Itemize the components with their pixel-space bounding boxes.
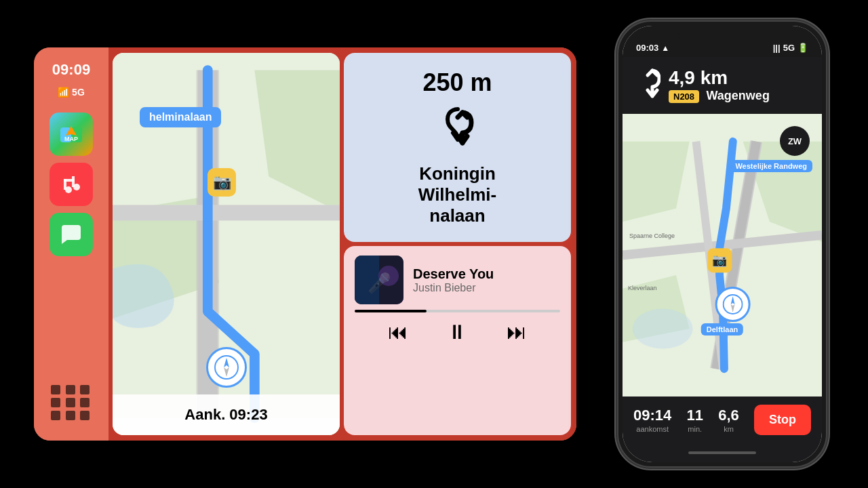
status-left: 09:03 ▲ [636, 43, 669, 53]
messages-app-icon[interactable] [50, 213, 93, 256]
pause-button[interactable]: ⏸ [447, 321, 467, 344]
phone-notch [678, 26, 766, 45]
phone-poi-spaarne: Spaarne College [629, 232, 675, 239]
dot-9 [80, 411, 90, 420]
phone-compass-icon [715, 287, 751, 322]
progress-bar[interactable] [355, 310, 560, 312]
network-type: 5G [783, 43, 795, 53]
music-app-icon[interactable] [50, 163, 93, 206]
music-controls: ⏮ ⏸ ⏭ [355, 318, 560, 346]
dot-6 [80, 398, 90, 407]
arrival-time: Aank. 09:23 [184, 406, 267, 424]
album-art: 🎤 [355, 256, 403, 304]
km-label: km [718, 425, 739, 433]
stop-button[interactable]: Stop [754, 405, 811, 435]
status-right: ||| 5G 🔋 [773, 43, 808, 53]
phone-nav-distance: 4,9 km [669, 67, 811, 89]
phone-frame: 09:03 ▲ ||| 5G 🔋 4,9 km [617, 20, 827, 468]
carplay-arrival-bar: Aank. 09:23 [113, 394, 340, 435]
phone-poi-kleverlaan: Kleverlaan [628, 285, 657, 291]
nav-turn-icon [434, 102, 481, 158]
signal-icon: ||| [773, 43, 781, 53]
dot-4 [51, 398, 60, 407]
mins-value: 11 [686, 407, 703, 424]
music-info: Deserve You Justin Bieber [413, 266, 560, 294]
eta-time: 09:14 [633, 407, 671, 424]
phone-road-info: N208 Wagenweg [669, 89, 811, 103]
phone-compass-badge: ZW [780, 126, 810, 156]
eta-label: aankomst [633, 425, 671, 433]
sidebar-time: 09:09 [52, 61, 90, 79]
phone-turn-arrow-icon [633, 65, 660, 104]
carplay-map-bg: helminalaan 📷 Aank. 09:23 [113, 53, 340, 435]
carplay-compass-icon [206, 347, 247, 388]
carplay-map-panel[interactable]: helminalaan 📷 Aank. 09:23 [113, 53, 340, 435]
home-bar [688, 451, 756, 454]
prev-button[interactable]: ⏮ [388, 321, 408, 344]
svg-text:MAP: MAP [64, 136, 78, 142]
progress-fill [355, 310, 427, 312]
carplay-sidebar: 09:09 📶 5G MAP [34, 47, 108, 441]
svg-point-29 [633, 308, 693, 348]
location-arrow-icon: ▲ [661, 43, 669, 53]
road-name: Wagenweg [707, 89, 770, 102]
artist-name: Justin Bieber [413, 282, 560, 294]
phone-camera-icon: 📷 [707, 248, 732, 272]
dot-7 [51, 411, 60, 420]
carplay-unit: 09:09 📶 5G MAP [34, 47, 576, 441]
mins-block: 11 min. [686, 407, 703, 433]
carplay-street-label: helminalaan [140, 107, 221, 127]
sidebar-signal: 📶 5G [58, 87, 85, 98]
carplay-nav-panel[interactable]: 250 m Koningin Wilhelmi- nalaan [344, 53, 571, 242]
maps-app-icon[interactable]: MAP [50, 113, 93, 156]
dot-2 [66, 385, 75, 394]
battery-icon: 🔋 [797, 43, 808, 53]
svg-rect-13 [113, 205, 340, 220]
phone-bottom-bar: 09:14 aankomst 11 min. 6,6 km Stop [623, 396, 822, 443]
song-title: Deserve You [413, 266, 560, 282]
music-top: 🎤 Deserve You Justin Bieber [355, 256, 560, 304]
phone-street-label-westelijke: Westelijke Randweg [730, 160, 812, 172]
carplay-camera-icon: 📷 [208, 168, 236, 197]
phone-device: 09:03 ▲ ||| 5G 🔋 4,9 km [617, 20, 827, 468]
mins-label: min. [686, 425, 703, 433]
eta-block: 09:14 aankomst [633, 407, 671, 433]
carplay-main: helminalaan 📷 Aank. 09:23 250 m [108, 47, 576, 441]
sidebar-dots[interactable] [51, 385, 92, 420]
phone-home-indicator [623, 443, 822, 462]
km-block: 6,6 km [718, 407, 739, 433]
svg-text:🎤: 🎤 [368, 272, 391, 294]
phone-nav-info: 4,9 km N208 Wagenweg [669, 67, 811, 103]
svg-rect-7 [64, 179, 75, 182]
phone-nav-header: 4,9 km N208 Wagenweg [623, 57, 822, 114]
sidebar-icons: MAP [50, 113, 93, 377]
nav-distance: 250 m [422, 68, 492, 97]
phone-screen: 09:03 ▲ ||| 5G 🔋 4,9 km [623, 26, 822, 462]
phone-street-label-delftlaan: Delftlaan [701, 323, 743, 336]
phone-map[interactable]: ZW Westelijke Randweg Spaarne College 📷 … [623, 114, 822, 396]
dot-3 [80, 385, 90, 394]
next-button[interactable]: ⏭ [507, 321, 527, 344]
signal-bars-icon: 📶 [58, 87, 69, 98]
nav-street: Koningin Wilhelmi- nalaan [418, 163, 496, 227]
carplay-music-panel[interactable]: 🎤 Deserve You Justin Bieber ⏮ ⏸ ⏭ [344, 246, 571, 435]
dot-5 [66, 398, 75, 407]
road-badge: N208 [669, 90, 699, 103]
km-value: 6,6 [718, 407, 739, 424]
dot-8 [66, 411, 75, 420]
dot-1 [51, 385, 60, 394]
phone-time: 09:03 [636, 43, 658, 53]
